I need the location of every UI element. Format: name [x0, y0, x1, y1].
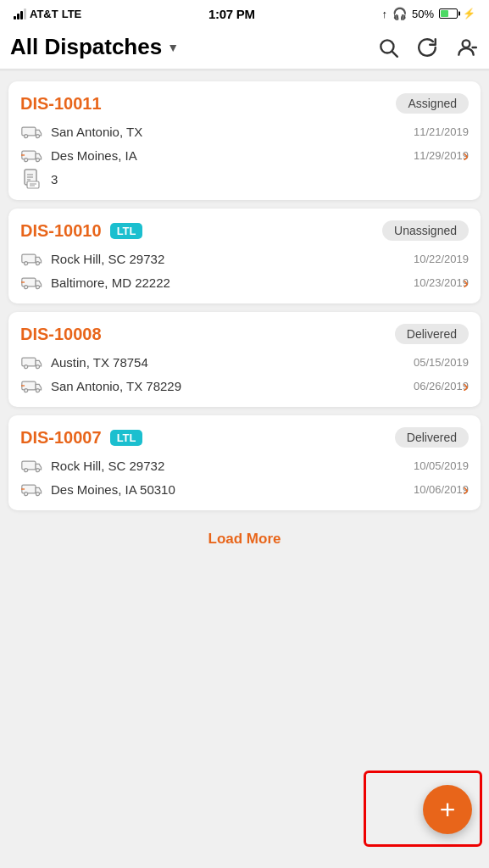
battery-pct-label: 50%	[412, 8, 434, 20]
truck-delivery-icon-3	[20, 480, 44, 498]
chevron-right-icon-1: ›	[463, 273, 469, 292]
chevron-down-icon[interactable]: ▼	[167, 41, 179, 54]
origin-date-3: 10/05/2019	[414, 459, 469, 472]
page-title: All Dispatches	[10, 34, 162, 60]
status-left: AT&T LTE	[14, 8, 81, 20]
status-badge-0: Assigned	[396, 93, 469, 114]
card-header-3: DIS-10007 LTL Delivered	[20, 427, 469, 448]
add-dispatch-button[interactable]: +	[423, 785, 472, 834]
dest-date-1: 10/23/2019	[414, 276, 469, 289]
svg-rect-25	[22, 358, 36, 366]
load-more-section: Load More	[8, 519, 481, 565]
plus-icon: +	[440, 796, 456, 823]
origin-row-2: Austin, TX 78754 05/15/2019	[20, 353, 469, 371]
profile-button[interactable]	[453, 35, 479, 60]
time-label: 1:07 PM	[208, 7, 255, 21]
dispatch-id-2: DIS-10008	[20, 325, 102, 344]
signal-bars-icon	[14, 8, 26, 19]
svg-point-2	[463, 40, 470, 47]
svg-rect-15	[27, 181, 39, 188]
load-more-button[interactable]: Load More	[208, 531, 281, 547]
status-badge-1: Unassigned	[382, 220, 469, 241]
truck-pickup-icon-0	[20, 122, 44, 141]
card-header-left-0: DIS-10011	[20, 94, 102, 114]
dest-date-3: 10/06/2019	[414, 483, 469, 496]
svg-point-29	[25, 389, 28, 392]
svg-point-37	[36, 492, 39, 496]
svg-point-27	[36, 365, 39, 369]
svg-rect-32	[22, 461, 36, 470]
svg-point-34	[36, 469, 39, 472]
battery-icon	[439, 8, 458, 19]
ltl-badge-1: LTL	[110, 223, 143, 239]
status-badge-3: Delivered	[395, 427, 469, 448]
svg-point-23	[36, 286, 39, 289]
dispatch-card-3[interactable]: DIS-10007 LTL Delivered Rock Hill, SC 29…	[8, 415, 481, 510]
svg-point-36	[25, 492, 28, 496]
origin-text-1: Rock Hill, SC 29732	[51, 252, 400, 266]
svg-point-19	[25, 262, 28, 265]
card-header-1: DIS-10010 LTL Unassigned	[20, 220, 469, 241]
card-header-2: DIS-10008 Delivered	[20, 324, 469, 344]
card-header-0: DIS-10011 Assigned	[20, 93, 469, 114]
ltl-badge-3: LTL	[110, 430, 143, 446]
svg-point-22	[25, 286, 28, 289]
truck-pickup-icon-3	[20, 456, 44, 475]
origin-text-0: San Antonio, TX	[51, 125, 400, 139]
dest-row-1: Baltimore, MD 22222 10/23/2019 ›	[20, 273, 469, 292]
status-right: ↑ 🎧 50% ⚡	[381, 7, 475, 20]
search-button[interactable]	[375, 35, 401, 60]
card-header-left-2: DIS-10008	[20, 325, 102, 344]
origin-row-1: Rock Hill, SC 29732 10/22/2019	[20, 249, 469, 268]
origin-date-2: 05/15/2019	[414, 356, 469, 369]
dispatch-card-1[interactable]: DIS-10010 LTL Unassigned Rock Hill, SC 2…	[8, 209, 481, 303]
chevron-right-icon-3: ›	[463, 480, 469, 499]
svg-point-8	[25, 159, 28, 162]
dispatch-id-1: DIS-10010	[20, 221, 102, 241]
charge-icon: ⚡	[463, 8, 475, 19]
origin-row-3: Rock Hill, SC 29732 10/05/2019	[20, 456, 469, 475]
dispatch-id-0: DIS-10011	[20, 94, 102, 114]
doc-row-0: 3	[20, 170, 469, 188]
dispatch-card-0[interactable]: DIS-10011 Assigned San Antonio, TX 11/21…	[8, 81, 481, 200]
dest-text-2: San Antonio, TX 78229	[51, 379, 400, 393]
card-header-left-1: DIS-10010 LTL	[20, 221, 142, 241]
truck-delivery-icon-0	[20, 146, 44, 164]
location-icon: ↑	[381, 8, 387, 20]
document-icon-0	[20, 170, 44, 188]
origin-date-1: 10/22/2019	[414, 253, 469, 265]
card-header-left-3: DIS-10007 LTL	[20, 428, 142, 448]
dest-row-0: Des Moines, IA 11/29/2019 ›	[20, 146, 469, 164]
headphone-icon: 🎧	[392, 7, 407, 20]
dest-text-1: Baltimore, MD 22222	[51, 275, 400, 290]
origin-row-0: San Antonio, TX 11/21/2019	[20, 122, 469, 141]
truck-delivery-icon-1	[20, 273, 44, 292]
nav-bar: All Dispatches ▼	[0, 27, 489, 70]
dest-row-2: San Antonio, TX 78229 06/26/2019 ›	[20, 376, 469, 395]
dest-row-3: Des Moines, IA 50310 10/06/2019 ›	[20, 480, 469, 498]
svg-point-30	[36, 389, 39, 392]
dispatch-card-2[interactable]: DIS-10008 Delivered Austin, TX 78754 05/…	[8, 312, 481, 407]
svg-point-20	[36, 262, 39, 265]
svg-point-26	[25, 365, 28, 369]
dispatch-id-3: DIS-10007	[20, 428, 102, 448]
truck-pickup-icon-1	[20, 249, 44, 268]
origin-text-3: Rock Hill, SC 29732	[51, 459, 400, 473]
truck-delivery-icon-2	[20, 376, 44, 395]
nav-icons	[375, 35, 479, 60]
dest-date-2: 06/26/2019	[414, 380, 469, 392]
svg-rect-18	[22, 254, 36, 263]
svg-point-33	[25, 469, 28, 472]
dest-text-0: Des Moines, IA	[51, 148, 400, 163]
doc-count-0: 3	[51, 172, 58, 186]
refresh-button[interactable]	[414, 35, 440, 60]
status-badge-2: Delivered	[395, 324, 469, 344]
nav-title-area[interactable]: All Dispatches ▼	[10, 34, 369, 60]
dispatches-list: DIS-10011 Assigned San Antonio, TX 11/21…	[0, 71, 489, 575]
dest-text-3: Des Moines, IA 50310	[51, 482, 400, 497]
chevron-right-icon-0: ›	[463, 146, 469, 165]
svg-point-9	[36, 159, 39, 162]
status-bar: AT&T LTE 1:07 PM ↑ 🎧 50% ⚡	[0, 0, 489, 27]
origin-text-2: Austin, TX 78754	[51, 355, 400, 370]
svg-rect-4	[22, 127, 36, 136]
